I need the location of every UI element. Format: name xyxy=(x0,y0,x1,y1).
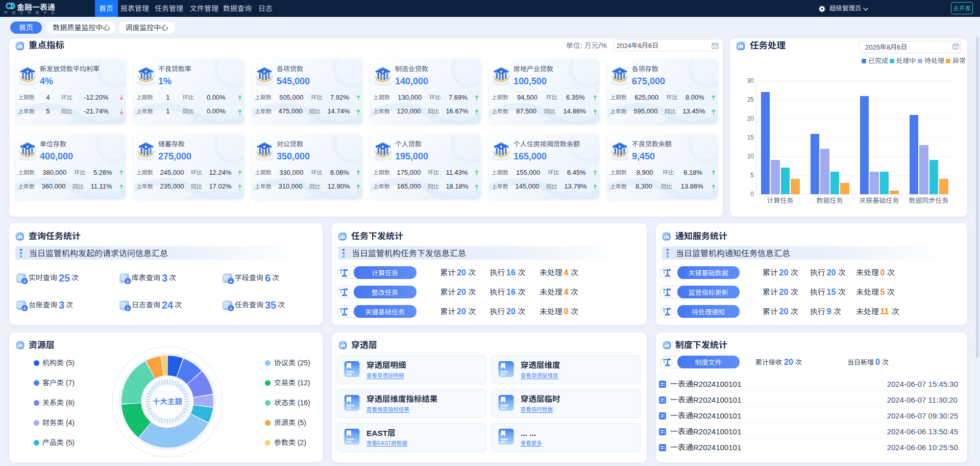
svg-text:4: 4 xyxy=(564,288,569,296)
svg-text:145,000: 145,000 xyxy=(516,182,540,190)
svg-text:8,900: 8,900 xyxy=(636,169,653,176)
svg-text:(8): (8) xyxy=(64,399,75,407)
svg-text:R2024100101: R2024100101 xyxy=(693,411,741,420)
svg-text:16.67%: 16.67% xyxy=(446,107,469,115)
svg-text:-12.20%: -12.20% xyxy=(84,94,109,101)
svg-text:... ...: ... ... xyxy=(521,429,536,437)
svg-text:3: 3 xyxy=(162,272,167,284)
svg-text:17.02%: 17.02% xyxy=(209,182,232,190)
svg-text:175,000: 175,000 xyxy=(397,169,421,176)
svg-text:20: 20 xyxy=(506,307,516,316)
svg-text:25: 25 xyxy=(747,96,754,103)
svg-text:8,300: 8,300 xyxy=(635,182,652,190)
svg-text:100,500: 100,500 xyxy=(513,76,547,86)
svg-text:R2024100101: R2024100101 xyxy=(693,427,741,436)
svg-text:-21.74%: -21.74% xyxy=(84,107,109,115)
svg-text:0.00%: 0.00% xyxy=(207,94,226,101)
svg-text:EAST: EAST xyxy=(366,429,388,437)
svg-text:0: 0 xyxy=(564,307,569,316)
svg-text:30: 30 xyxy=(747,77,754,84)
svg-text:6: 6 xyxy=(638,42,642,50)
svg-text:8: 8 xyxy=(887,43,890,51)
svg-text:11: 11 xyxy=(880,307,889,316)
svg-text:12.90%: 12.90% xyxy=(327,182,350,190)
svg-text:10: 10 xyxy=(747,153,754,160)
svg-text:94,500: 94,500 xyxy=(517,94,537,101)
svg-text:16: 16 xyxy=(506,268,516,277)
svg-text:2024: 2024 xyxy=(617,42,631,50)
svg-text:0: 0 xyxy=(880,268,885,277)
svg-text:13.45%: 13.45% xyxy=(682,107,705,115)
svg-text:14.86%: 14.86% xyxy=(564,107,586,115)
svg-text:(7): (7) xyxy=(64,379,75,387)
svg-text:R2024100101: R2024100101 xyxy=(693,380,741,388)
svg-text:1: 1 xyxy=(166,107,169,115)
svg-text:0: 0 xyxy=(875,358,880,366)
svg-text:14.74%: 14.74% xyxy=(327,107,350,115)
svg-text::: : xyxy=(580,41,584,50)
svg-text:2025: 2025 xyxy=(865,43,880,51)
svg-text:155,000: 155,000 xyxy=(516,169,540,176)
svg-text:2024-06-07 15:45:30: 2024-06-07 15:45:30 xyxy=(887,380,958,388)
svg-text:25: 25 xyxy=(59,272,70,284)
svg-text:9,450: 9,450 xyxy=(632,151,655,161)
svg-text:5: 5 xyxy=(46,107,50,115)
svg-text:(2): (2) xyxy=(296,438,306,447)
svg-text:2024-06-06 13:50:45: 2024-06-06 13:50:45 xyxy=(887,427,958,436)
svg-text:6.45%: 6.45% xyxy=(567,169,586,176)
svg-text:4%: 4% xyxy=(40,76,53,86)
svg-text:235,000: 235,000 xyxy=(160,182,184,190)
svg-text:5: 5 xyxy=(750,172,754,179)
svg-text:13.86%: 13.86% xyxy=(681,182,704,190)
svg-text:2024-06-06 10:25:50: 2024-06-06 10:25:50 xyxy=(887,443,958,452)
svg-text:(16): (16) xyxy=(296,399,310,407)
svg-text:20: 20 xyxy=(457,307,466,316)
svg-text:595,000: 595,000 xyxy=(634,107,658,115)
svg-text:350,000: 350,000 xyxy=(277,151,310,161)
svg-text:6.35%: 6.35% xyxy=(566,94,585,101)
svg-text:(12): (12) xyxy=(296,379,310,387)
svg-text:3: 3 xyxy=(59,299,64,311)
svg-text:20: 20 xyxy=(457,268,466,277)
svg-text:16: 16 xyxy=(506,288,516,296)
svg-text:120,000: 120,000 xyxy=(397,107,421,115)
svg-text:6.18%: 6.18% xyxy=(683,169,702,176)
svg-text:9: 9 xyxy=(827,307,831,316)
svg-text:1%: 1% xyxy=(158,76,172,86)
svg-text:20: 20 xyxy=(779,268,789,277)
svg-text:505,000: 505,000 xyxy=(279,94,303,101)
svg-text:EAST: EAST xyxy=(377,440,391,446)
svg-text:165,000: 165,000 xyxy=(513,151,547,161)
svg-text:400,000: 400,000 xyxy=(40,151,73,161)
svg-text:8.00%: 8.00% xyxy=(685,94,704,101)
svg-text:0: 0 xyxy=(750,191,754,198)
svg-text:4: 4 xyxy=(564,268,569,277)
svg-text:13.79%: 13.79% xyxy=(564,182,587,190)
svg-text:35: 35 xyxy=(265,299,276,311)
svg-text:6: 6 xyxy=(648,42,652,50)
svg-text:475,000: 475,000 xyxy=(279,107,303,115)
svg-text:245,000: 245,000 xyxy=(160,169,184,176)
svg-text:(5): (5) xyxy=(64,359,75,367)
svg-text:7.69%: 7.69% xyxy=(449,94,468,101)
svg-text:20: 20 xyxy=(457,288,466,296)
svg-text:545,000: 545,000 xyxy=(277,76,310,86)
svg-text:360,000: 360,000 xyxy=(42,182,66,190)
svg-text:20: 20 xyxy=(784,358,793,366)
svg-text:625,000: 625,000 xyxy=(634,94,658,101)
svg-text:195,000: 195,000 xyxy=(395,151,428,161)
svg-text:2024-06-07 09:30:25: 2024-06-07 09:30:25 xyxy=(887,411,958,420)
svg-text:20: 20 xyxy=(779,307,789,316)
svg-text:275,000: 275,000 xyxy=(158,151,191,161)
svg-text:18.18%: 18.18% xyxy=(446,182,469,190)
svg-text:7.92%: 7.92% xyxy=(330,94,349,101)
svg-text:20: 20 xyxy=(779,288,789,296)
svg-text:R2024100101: R2024100101 xyxy=(693,395,741,404)
svg-text:2024-06-07 11:30:20: 2024-06-07 11:30:20 xyxy=(887,395,958,404)
svg-text:165,000: 165,000 xyxy=(397,182,421,190)
svg-text:675,000: 675,000 xyxy=(632,76,665,86)
svg-text:11.43%: 11.43% xyxy=(446,169,468,176)
svg-text:20: 20 xyxy=(827,268,836,277)
svg-text:6.06%: 6.06% xyxy=(330,169,349,176)
svg-text:11.11%: 11.11% xyxy=(90,182,112,190)
